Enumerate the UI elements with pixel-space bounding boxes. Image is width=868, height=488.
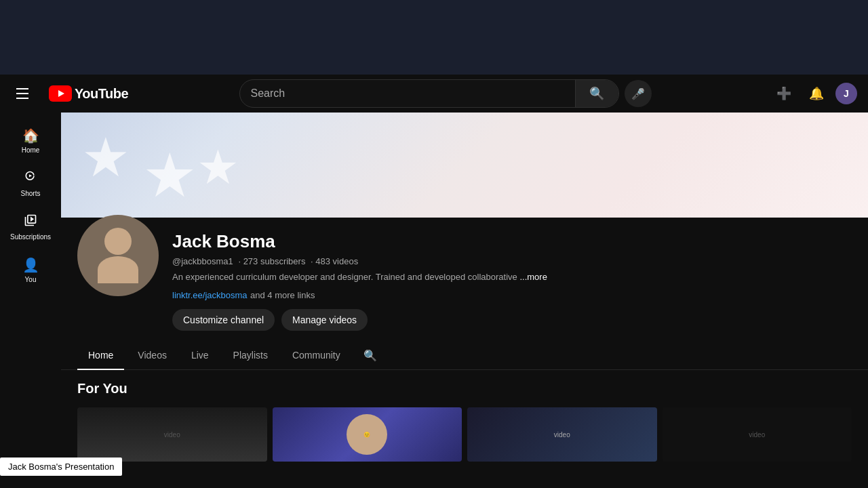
you-icon: 👤: [22, 257, 39, 273]
subscriptions-icon: [24, 214, 37, 230]
youtube-wordmark: YouTube: [75, 86, 128, 102]
header: YouTube 🔍 🎤 ➕ 🔔 J: [0, 75, 868, 113]
tab-home[interactable]: Home: [77, 342, 124, 370]
thumb-4-label: video: [749, 431, 765, 439]
channel-subscribers: 273 subscribers: [243, 256, 306, 266]
header-center: 🔍 🎤: [128, 79, 762, 108]
youtube-logo-svg: [49, 85, 72, 102]
manage-videos-button[interactable]: Manage videos: [281, 309, 368, 331]
content-area: ★ ★ ★ Jack Bosma @jackbbosma1 · 273 subs…: [61, 113, 868, 488]
top-bar: [0, 0, 868, 75]
sidebar: 🏠 Home Shorts Subscriptions 👤 You: [0, 113, 61, 488]
channel-details: Jack Bosma @jackbbosma1 · 273 subscriber…: [172, 228, 852, 331]
video-thumb-2[interactable]: 😊: [273, 407, 462, 462]
thumb-img-3: video: [467, 407, 657, 462]
create-icon: ➕: [776, 86, 791, 101]
header-left: YouTube: [11, 80, 128, 107]
search-icon: 🔍: [589, 86, 604, 101]
thumb-2-face: 😊: [363, 432, 370, 438]
video-thumb-3[interactable]: video: [467, 407, 657, 462]
sidebar-label-shorts: Shorts: [21, 190, 41, 197]
avatar-silhouette: [77, 215, 159, 296]
sidebar-item-subscriptions[interactable]: Subscriptions: [0, 204, 61, 247]
tab-live[interactable]: Live: [180, 342, 220, 370]
hamburger-button[interactable]: [11, 80, 38, 107]
home-icon: 🏠: [22, 127, 39, 144]
channel-avatar: [77, 215, 159, 296]
tab-community[interactable]: Community: [281, 342, 351, 370]
mic-icon: 🎤: [631, 87, 645, 100]
channel-buttons: Customize channel Manage videos: [172, 309, 852, 331]
tab-videos[interactable]: Videos: [127, 342, 178, 370]
tooltip-text: Jack Bosma's Presentation: [8, 462, 114, 472]
search-button[interactable]: 🔍: [575, 80, 618, 107]
notifications-button[interactable]: 🔔: [803, 80, 830, 107]
channel-info: Jack Bosma @jackbbosma1 · 273 subscriber…: [61, 218, 868, 342]
banner-star-2: ★: [197, 140, 239, 195]
bottom-tooltip: Jack Bosma's Presentation: [0, 458, 122, 476]
channel-meta: @jackbbosma1 · 273 subscribers · 483 vid…: [172, 256, 852, 266]
sidebar-item-home[interactable]: 🏠 Home: [0, 118, 61, 161]
banner-decoration: ★ ★ ★: [61, 113, 868, 218]
hamburger-icon: [16, 85, 33, 102]
shorts-icon: [24, 170, 37, 187]
avatar-body: [98, 256, 138, 283]
channel-link-primary[interactable]: linktr.ee/jackbosma: [172, 290, 248, 300]
channel-links: linktr.ee/jackbosma and 4 more links: [172, 289, 852, 301]
for-you-title: For You: [61, 370, 868, 402]
videos-row: video 😊 video vid: [61, 402, 868, 472]
channel-tabs: Home Videos Live Playlists Community 🔍: [61, 342, 868, 370]
create-button[interactable]: ➕: [770, 80, 797, 107]
sidebar-item-shorts[interactable]: Shorts: [0, 161, 61, 204]
thumb-img-1: video: [77, 407, 267, 462]
thumb-1-label: video: [164, 431, 180, 439]
sidebar-label-home: Home: [22, 146, 40, 154]
thumb-3-label: video: [554, 431, 570, 439]
avatar-initial: J: [844, 88, 849, 99]
sidebar-label-subscriptions: Subscriptions: [10, 233, 51, 241]
customize-channel-button[interactable]: Customize channel: [172, 309, 275, 331]
channel-link-extra: and 4 more links: [250, 290, 315, 300]
channel-search-button[interactable]: 🔍: [359, 345, 381, 367]
user-avatar-button[interactable]: J: [835, 83, 857, 104]
mic-button[interactable]: 🎤: [625, 80, 652, 107]
main-layout: 🏠 Home Shorts Subscriptions 👤 You: [0, 113, 868, 488]
channel-name: Jack Bosma: [172, 231, 852, 252]
search-input[interactable]: [240, 80, 575, 107]
banner-star-1: ★: [81, 126, 130, 189]
tab-playlists[interactable]: Playlists: [222, 342, 279, 370]
description-more[interactable]: ...more: [519, 272, 547, 282]
channel-description: An experienced curriculum developer and …: [172, 272, 852, 282]
channel-search-icon: 🔍: [363, 349, 377, 362]
sidebar-item-you[interactable]: 👤 You: [0, 247, 61, 290]
avatar-head: [104, 228, 132, 255]
channel-handle: @jackbbosma1: [172, 256, 233, 266]
video-thumb-1[interactable]: video: [77, 407, 267, 462]
search-bar: 🔍: [239, 79, 619, 108]
thumb-img-2: 😊: [273, 407, 462, 462]
channel-banner: ★ ★ ★: [61, 113, 868, 218]
channel-videos: 483 videos: [315, 256, 358, 266]
youtube-logo[interactable]: YouTube: [49, 85, 128, 102]
sidebar-label-you: You: [25, 276, 37, 283]
banner-star-3: ★: [142, 140, 197, 211]
video-thumb-4[interactable]: video: [663, 407, 852, 462]
thumb-img-4: video: [663, 407, 852, 462]
bell-icon: 🔔: [809, 86, 824, 101]
header-right: ➕ 🔔 J: [762, 80, 857, 107]
